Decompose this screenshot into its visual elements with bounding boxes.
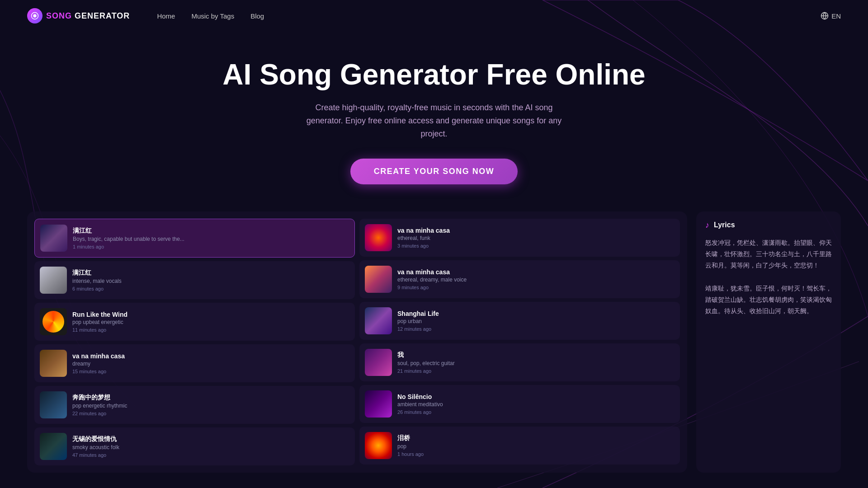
song-thumbnail bbox=[365, 224, 392, 251]
song-time: 22 minutes ago bbox=[72, 411, 349, 416]
song-tags: pop urban bbox=[397, 318, 675, 324]
song-card[interactable]: va na minha casaethereal, funk3 minutes … bbox=[359, 219, 680, 257]
logo[interactable]: SONG GENERATOR bbox=[27, 8, 130, 23]
song-card[interactable]: va na minha casadreamy15 minutes ago bbox=[34, 344, 355, 382]
song-time: 11 minutes ago bbox=[72, 327, 349, 333]
song-card[interactable]: 我soul, pop, electric guitar21 minutes ag… bbox=[359, 343, 680, 381]
song-thumbnail bbox=[365, 307, 392, 334]
song-thumbnail bbox=[365, 390, 392, 418]
song-card[interactable]: No Silêncioambient meditativo26 minutes … bbox=[359, 385, 680, 423]
song-thumbnail bbox=[40, 225, 67, 252]
song-thumbnail bbox=[40, 308, 67, 335]
nav-blog-link[interactable]: Blog bbox=[250, 12, 264, 20]
song-tags: intense, male vocals bbox=[72, 278, 349, 284]
song-thumbnail bbox=[365, 432, 392, 459]
song-title: va na minha casa bbox=[397, 268, 675, 276]
song-info: Run Like the Windpop upbeat energetic11 … bbox=[72, 311, 349, 333]
song-tags: dreamy bbox=[72, 361, 349, 367]
song-list-container: 满江红Boys, tragic, capable but unable to s… bbox=[27, 211, 687, 473]
lyrics-header: ♪ Lyrics bbox=[705, 221, 832, 230]
song-info: No Silêncioambient meditativo26 minutes … bbox=[397, 393, 675, 415]
song-tags: Boys, tragic, capable but unable to serv… bbox=[73, 236, 349, 242]
song-time: 21 minutes ago bbox=[397, 368, 675, 374]
song-title: No Silêncio bbox=[397, 393, 675, 400]
song-thumbnail bbox=[365, 266, 392, 293]
song-thumbnail bbox=[365, 349, 392, 376]
song-info: va na minha casaethereal, dreamy, male v… bbox=[397, 268, 675, 290]
svg-point-0 bbox=[33, 14, 37, 18]
song-card[interactable]: Run Like the Windpop upbeat energetic11 … bbox=[34, 303, 355, 341]
logo-text: SONG GENERATOR bbox=[46, 11, 130, 21]
song-info: va na minha casadreamy15 minutes ago bbox=[72, 352, 349, 374]
song-title: 满江红 bbox=[73, 227, 349, 235]
song-column-left: 满江红Boys, tragic, capable but unable to s… bbox=[34, 219, 355, 465]
song-time: 9 minutes ago bbox=[397, 285, 675, 290]
song-time: 47 minutes ago bbox=[72, 452, 349, 458]
song-info: 我soul, pop, electric guitar21 minutes ag… bbox=[397, 351, 675, 374]
lyrics-icon: ♪ bbox=[705, 221, 709, 230]
song-title: 满江红 bbox=[72, 269, 349, 277]
song-thumbnail bbox=[40, 433, 67, 460]
hero-title: AI Song Generator Free Online bbox=[9, 59, 859, 90]
song-title: Run Like the Wind bbox=[72, 311, 349, 318]
main-content: 满江红Boys, tragic, capable but unable to s… bbox=[0, 202, 868, 482]
song-card[interactable]: va na minha casaethereal, dreamy, male v… bbox=[359, 260, 680, 298]
nav-home-link[interactable]: Home bbox=[157, 12, 175, 20]
song-time: 1 hours ago bbox=[397, 451, 675, 457]
song-card[interactable]: 满江红Boys, tragic, capable but unable to s… bbox=[34, 219, 355, 258]
song-title: Shanghai Life bbox=[397, 310, 675, 317]
lyrics-panel: ♪ Lyrics 怒发冲冠，凭栏处、潇潇雨歇。抬望眼、仰天长啸，壮怀激烈。三十功… bbox=[696, 211, 841, 473]
song-tags: ethereal, dreamy, male voice bbox=[397, 277, 675, 283]
song-thumbnail bbox=[40, 267, 67, 294]
song-thumbnail bbox=[40, 391, 67, 418]
song-info: 奔跑中的梦想pop energetic rhythmic22 minutes a… bbox=[72, 394, 349, 416]
song-thumbnail bbox=[40, 350, 67, 377]
song-time: 15 minutes ago bbox=[72, 369, 349, 374]
song-tags: smoky acoustic folk bbox=[72, 444, 349, 450]
song-column-right: va na minha casaethereal, funk3 minutes … bbox=[359, 219, 680, 465]
song-tags: soul, pop, electric guitar bbox=[397, 360, 675, 366]
cta-button[interactable]: CREATE YOUR SONG NOW bbox=[350, 159, 518, 184]
song-info: va na minha casaethereal, funk3 minutes … bbox=[397, 227, 675, 249]
song-title: 无锡的爱恨情仇 bbox=[72, 435, 349, 443]
song-tags: pop energetic rhythmic bbox=[72, 403, 349, 409]
lyrics-line-1: 怒发冲冠，凭栏处、潇潇雨歇。抬望眼、仰天长啸，壮怀激烈。三十功名尘与土，八千里路… bbox=[705, 237, 832, 272]
lyrics-title: Lyrics bbox=[714, 221, 735, 229]
song-tags: pop upbeat energetic bbox=[72, 319, 349, 325]
language-icon bbox=[821, 12, 829, 20]
song-card[interactable]: Shanghai Lifepop urban12 minutes ago bbox=[359, 302, 680, 340]
lang-label: EN bbox=[831, 12, 841, 20]
song-tags: ambient meditativo bbox=[397, 401, 675, 408]
lyrics-line-2: 靖康耻，犹未雪。臣子恨，何时灭！驾长车，踏破贺兰山缺。壮志饥餐胡虏肉，笑谈渴饮匈… bbox=[705, 283, 832, 317]
song-tags: ethereal, funk bbox=[397, 235, 675, 241]
language-selector[interactable]: EN bbox=[821, 12, 841, 20]
song-time: 12 minutes ago bbox=[397, 326, 675, 332]
song-card[interactable]: 满江红intense, male vocals6 minutes ago bbox=[34, 261, 355, 299]
nav-links: Home Music by Tags Blog bbox=[157, 12, 802, 20]
song-info: 泪桥pop1 hours ago bbox=[397, 434, 675, 457]
song-time: 3 minutes ago bbox=[397, 243, 675, 249]
song-info: 满江红Boys, tragic, capable but unable to s… bbox=[73, 227, 349, 249]
navbar: SONG GENERATOR Home Music by Tags Blog E… bbox=[0, 0, 868, 32]
song-title: va na minha casa bbox=[72, 352, 349, 360]
song-title: 我 bbox=[397, 351, 675, 359]
song-card[interactable]: 泪桥pop1 hours ago bbox=[359, 427, 680, 465]
song-title: 泪桥 bbox=[397, 434, 675, 442]
song-card[interactable]: 奔跑中的梦想pop energetic rhythmic22 minutes a… bbox=[34, 386, 355, 424]
lyrics-content: 怒发冲冠，凭栏处、潇潇雨歇。抬望眼、仰天长啸，壮怀激烈。三十功名尘与土，八千里路… bbox=[705, 237, 832, 317]
logo-icon bbox=[27, 8, 42, 23]
song-tags: pop bbox=[397, 443, 675, 450]
song-title: va na minha casa bbox=[397, 227, 675, 234]
nav-music-by-tags-link[interactable]: Music by Tags bbox=[191, 12, 234, 20]
hero-section: AI Song Generator Free Online Create hig… bbox=[0, 32, 868, 202]
hero-subtitle: Create high-quality, royalty-free music … bbox=[298, 101, 570, 140]
song-info: 满江红intense, male vocals6 minutes ago bbox=[72, 269, 349, 291]
song-time: 26 minutes ago bbox=[397, 409, 675, 415]
song-time: 1 minutes ago bbox=[73, 244, 349, 249]
song-info: Shanghai Lifepop urban12 minutes ago bbox=[397, 310, 675, 332]
song-title: 奔跑中的梦想 bbox=[72, 394, 349, 402]
song-info: 无锡的爱恨情仇smoky acoustic folk47 minutes ago bbox=[72, 435, 349, 458]
song-card[interactable]: 无锡的爱恨情仇smoky acoustic folk47 minutes ago bbox=[34, 427, 355, 465]
song-time: 6 minutes ago bbox=[72, 286, 349, 291]
